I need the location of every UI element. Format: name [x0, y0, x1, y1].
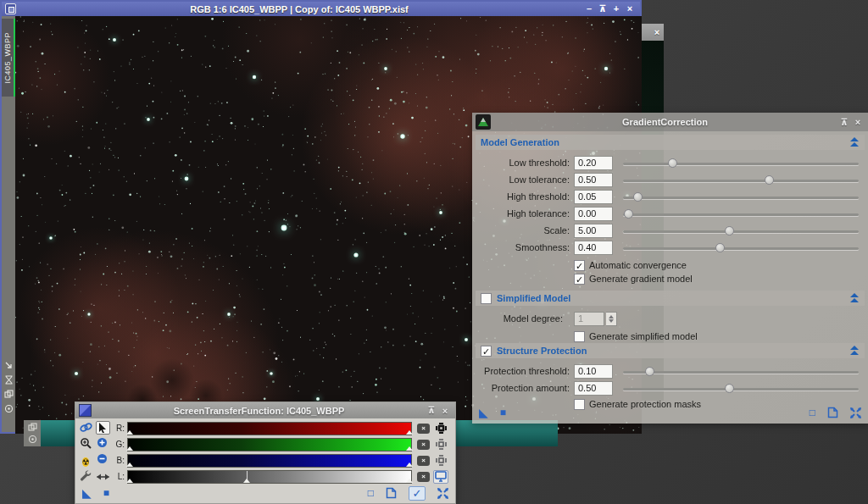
auto-stretch-icon[interactable]: ☢ — [77, 453, 94, 468]
view-mode-icons — [2, 361, 15, 413]
stf-luminance-gradient[interactable] — [127, 470, 412, 484]
low-threshold-input[interactable]: 0.20 — [574, 156, 613, 170]
dialog-title: ScreenTransferFunction: IC405_WBPP — [93, 406, 425, 416]
protection-threshold-input[interactable]: 0.10 — [574, 364, 613, 379]
zoom-in-icon[interactable] — [77, 437, 94, 452]
high-tolerance-slider[interactable] — [623, 208, 859, 220]
gradient-correction-dialog[interactable]: GradientCorrection ⊼ × Model Generation … — [472, 113, 868, 424]
scale-slider[interactable] — [623, 225, 859, 237]
channel-label: R: — [111, 424, 125, 433]
param-row: Low threshold: 0.20 — [472, 155, 868, 172]
stf-blue-gradient[interactable] — [127, 454, 412, 468]
close-icon[interactable]: × — [650, 26, 664, 39]
stf-titlebar[interactable]: ScreenTransferFunction: IC405_WBPP ⊼ × — [75, 402, 455, 418]
screen-transfer-function-dialog[interactable]: ScreenTransferFunction: IC405_WBPP ⊼ × R… — [75, 402, 456, 504]
automatic-convergence-checkbox[interactable]: ✓ — [574, 260, 585, 271]
structure-protection-checkbox[interactable]: ✓ — [481, 346, 492, 357]
browse-documentation-icon[interactable] — [827, 407, 838, 418]
high-threshold-slider[interactable] — [623, 191, 859, 203]
track-view-icon[interactable] — [94, 469, 111, 485]
gradient-correction-titlebar[interactable]: GradientCorrection ⊼ × — [472, 113, 868, 131]
param-label: Model degree: — [504, 313, 563, 324]
white-point-readout-icon[interactable] — [433, 454, 448, 468]
generate-simplified-model-checkbox — [574, 331, 585, 342]
low-tolerance-input[interactable]: 0.50 — [574, 173, 613, 187]
execute-icon[interactable]: ■ — [500, 407, 506, 418]
section-title: Structure Protection — [497, 346, 844, 356]
reset-channel-icon[interactable]: × — [417, 456, 430, 466]
reset-channel-icon[interactable]: × — [417, 440, 430, 450]
param-label: Protection threshold: — [484, 366, 570, 376]
pan-mode-icon[interactable] — [4, 361, 14, 370]
minimize-icon[interactable]: – — [582, 3, 596, 15]
apply-global-icon[interactable]: □ — [810, 407, 815, 418]
readout-mode-icon[interactable] — [4, 404, 14, 413]
collapse-icon[interactable] — [849, 137, 860, 147]
readout-cursor-button[interactable] — [94, 421, 111, 436]
view-tab-ic405-wbpp[interactable]: IC405_WBPP — [2, 19, 15, 97]
browse-documentation-icon[interactable] — [386, 487, 397, 499]
reset-channel-icon[interactable]: × — [417, 424, 430, 434]
high-threshold-input[interactable]: 0.05 — [574, 190, 613, 204]
generate-gradient-model-row: ✓ Generate gradient model — [574, 272, 693, 285]
section-structure-protection[interactable]: ✓ Structure Protection — [476, 343, 865, 358]
selection-mode-icon[interactable] — [4, 375, 14, 385]
readout-mode-icon[interactable] — [28, 435, 37, 444]
param-label: Low tolerance: — [509, 174, 570, 185]
iconize-icon[interactable]: ⊼ — [837, 117, 851, 128]
high-tolerance-input[interactable]: 0.00 — [574, 207, 613, 221]
new-instance-icon[interactable]: ◣ — [479, 407, 488, 418]
zoom-out-blue-icon[interactable] — [94, 453, 111, 468]
duplicate-view-icon[interactable] — [4, 390, 14, 399]
stf-channel-row-l: L: × — [77, 468, 455, 485]
param-label: High threshold: — [507, 191, 570, 202]
section-simplified-model[interactable]: Simplified Model — [476, 291, 865, 306]
smoothness-input[interactable]: 0.40 — [574, 241, 613, 255]
reset-icon[interactable] — [437, 488, 448, 499]
new-instance-icon[interactable]: ◣ — [82, 487, 92, 499]
enable-stf-toggle[interactable]: ✓ — [409, 486, 426, 501]
execute-icon[interactable]: ■ — [103, 488, 109, 498]
stf-red-gradient[interactable] — [127, 422, 412, 435]
reset-icon[interactable] — [850, 407, 861, 418]
maximize-icon[interactable]: + — [609, 3, 623, 15]
protection-amount-input[interactable]: 0.50 — [574, 381, 613, 396]
stf-toolbar: ◣ ■ □ ✓ — [75, 485, 455, 501]
checkbox-label: Automatic convergence — [589, 260, 687, 270]
duplicate-view-icon[interactable] — [28, 423, 37, 432]
main-window-titlebar[interactable]: RGB 1:6 IC405_WBPP | Copy of: IC405 WBPP… — [2, 2, 640, 16]
midtone-readout-icon[interactable] — [433, 438, 448, 451]
iconize-icon[interactable]: ⊼ — [425, 405, 438, 416]
simplified-model-checkbox[interactable] — [481, 293, 492, 304]
close-icon[interactable]: × — [438, 406, 452, 416]
display-function-toggle[interactable] — [433, 470, 448, 484]
stf-green-gradient[interactable] — [127, 438, 412, 451]
param-row: Protection amount: 0.50 — [472, 380, 868, 397]
close-icon[interactable]: × — [851, 117, 865, 127]
close-icon[interactable]: × — [623, 3, 637, 15]
protection-amount-slider[interactable] — [623, 383, 859, 395]
model-degree-row: Model degree: 1 — [472, 311, 868, 328]
link-rgb-icon[interactable] — [77, 421, 94, 436]
param-label: Low threshold: — [509, 158, 570, 168]
param-label: Smoothness: — [515, 242, 570, 252]
edit-stf-icon[interactable] — [77, 469, 94, 485]
channel-label: B: — [111, 456, 125, 465]
black-point-readout-icon[interactable] — [433, 422, 448, 435]
zoom-in-blue-icon[interactable] — [94, 437, 111, 452]
checkbox-label: Generate simplified model — [589, 331, 698, 341]
window-menu-icon[interactable] — [5, 3, 16, 14]
smoothness-slider[interactable] — [623, 242, 859, 254]
collapse-icon[interactable] — [849, 293, 860, 303]
low-tolerance-slider[interactable] — [623, 174, 859, 186]
generate-gradient-model-checkbox[interactable]: ✓ — [574, 274, 585, 285]
shade-icon[interactable]: ⊼ — [596, 3, 609, 15]
apply-global-icon[interactable]: □ — [368, 488, 374, 498]
reset-channel-icon[interactable]: × — [417, 472, 430, 482]
protection-threshold-slider[interactable] — [623, 366, 859, 378]
low-threshold-slider[interactable] — [623, 158, 859, 169]
section-title: Simplified Model — [497, 293, 844, 303]
section-model-generation[interactable]: Model Generation — [476, 135, 865, 150]
scale-input[interactable]: 5.00 — [574, 224, 613, 238]
collapse-icon[interactable] — [849, 346, 860, 356]
